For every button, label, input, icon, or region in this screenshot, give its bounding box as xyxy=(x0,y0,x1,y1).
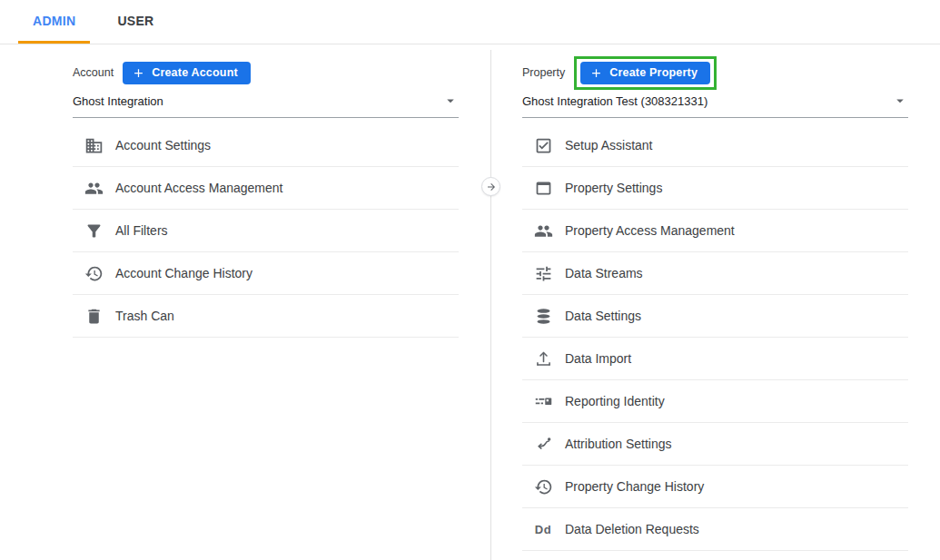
menu-item-data-import[interactable]: Data Import xyxy=(522,338,908,380)
account-column-header: Account Create Account xyxy=(73,60,459,85)
menu-item-reporting-identity[interactable]: Reporting Identity xyxy=(522,380,908,423)
attribution-icon xyxy=(533,434,553,454)
history-icon xyxy=(84,263,104,283)
history-icon xyxy=(533,476,553,496)
account-label: Account xyxy=(73,66,114,79)
tab-admin[interactable]: ADMIN xyxy=(18,0,90,44)
tab-user[interactable]: USER xyxy=(103,0,168,44)
account-selector[interactable]: Ghost Integration xyxy=(73,93,459,118)
create-property-button[interactable]: Create Property xyxy=(580,62,710,84)
database-icon xyxy=(533,306,553,326)
menu-item-data-deletion-requests[interactable]: Dd Data Deletion Requests xyxy=(522,508,908,551)
trash-icon xyxy=(84,306,104,326)
filter-icon xyxy=(84,221,104,241)
account-selector-value: Ghost Integration xyxy=(73,94,163,108)
menu-item-data-streams[interactable]: Data Streams xyxy=(522,252,908,295)
menu-item-property-access-management[interactable]: Property Access Management xyxy=(522,210,908,252)
arrow-right-icon xyxy=(486,182,497,192)
menu-item-account-access-management[interactable]: Account Access Management xyxy=(73,167,459,210)
menu-item-property-settings[interactable]: Property Settings xyxy=(522,167,908,210)
menu-item-attribution-settings[interactable]: Attribution Settings xyxy=(522,423,908,466)
menu-item-property-change-history[interactable]: Property Change History xyxy=(522,466,908,508)
create-property-highlight-box: Create Property xyxy=(574,56,717,90)
menu-item-account-settings[interactable]: Account Settings xyxy=(73,124,459,167)
identity-icon xyxy=(533,391,553,411)
dropdown-caret-icon xyxy=(442,93,459,109)
property-column: Property Create Property Ghost Integrati… xyxy=(522,44,908,551)
streams-icon xyxy=(533,263,553,283)
menu-item-trash-can[interactable]: Trash Can xyxy=(73,295,459,338)
menu-item-account-change-history[interactable]: Account Change History xyxy=(73,252,459,295)
property-column-header: Property Create Property xyxy=(522,60,908,85)
column-divider xyxy=(490,50,491,560)
window-icon xyxy=(533,178,553,198)
menu-item-data-settings[interactable]: Data Settings xyxy=(522,295,908,338)
admin-content: Account Create Account Ghost Integration… xyxy=(0,44,940,560)
admin-tab-bar: ADMIN USER xyxy=(0,0,940,44)
dd-icon: Dd xyxy=(533,519,553,539)
property-label: Property xyxy=(522,66,565,79)
people-icon xyxy=(84,178,104,198)
people-icon xyxy=(533,221,553,241)
expand-column-arrow-button[interactable] xyxy=(481,177,500,196)
dropdown-caret-icon xyxy=(892,93,908,109)
property-selector-value: Ghost Integration Test (308321331) xyxy=(522,94,707,108)
setup-assistant-icon xyxy=(533,135,553,155)
upload-icon xyxy=(533,349,553,368)
menu-item-setup-assistant[interactable]: Setup Assistant xyxy=(522,124,908,167)
menu-item-all-filters[interactable]: All Filters xyxy=(73,210,459,252)
property-menu: Setup Assistant Property Settings Proper… xyxy=(522,124,908,551)
create-account-button[interactable]: Create Account xyxy=(123,62,251,84)
business-icon xyxy=(84,135,104,155)
account-menu: Account Settings Account Access Manageme… xyxy=(73,124,459,338)
plus-icon xyxy=(132,66,145,80)
plus-icon xyxy=(589,66,603,80)
account-column: Account Create Account Ghost Integration… xyxy=(73,44,459,338)
property-selector[interactable]: Ghost Integration Test (308321331) xyxy=(522,93,908,118)
